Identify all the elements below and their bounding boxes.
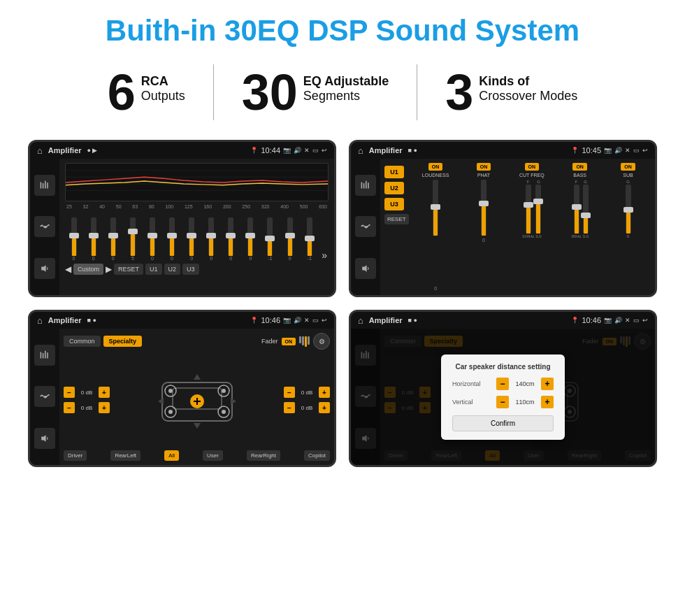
eq-freq-labels: 25 32 40 50 63 80 100 125 160 200 250 32… bbox=[65, 204, 329, 209]
eq-slider-2[interactable]: 0 bbox=[85, 217, 102, 261]
dialog-horizontal-row: Horizontal − 140cm + bbox=[452, 378, 554, 390]
loudness-toggle[interactable]: ON bbox=[428, 163, 443, 171]
u2-btn-1[interactable]: U2 bbox=[164, 264, 181, 275]
specialty-tab-3[interactable]: Specialty bbox=[103, 336, 143, 347]
preset-u1[interactable]: U1 bbox=[384, 166, 404, 178]
horizontal-plus-btn[interactable]: + bbox=[541, 378, 554, 390]
rearright-btn-3[interactable]: RearRight bbox=[247, 450, 280, 461]
u1-btn-1[interactable]: U1 bbox=[145, 264, 162, 275]
sidebar-eq-btn[interactable] bbox=[34, 175, 55, 196]
sidebar-eq-btn-2[interactable] bbox=[355, 175, 376, 196]
app-title-3: Amplifier bbox=[48, 316, 82, 324]
phat-label: PHAT bbox=[477, 173, 490, 178]
phat-toggle[interactable]: ON bbox=[477, 163, 491, 171]
speaker-tabs: Common Specialty bbox=[64, 336, 142, 347]
eq-slider-9[interactable]: 0 bbox=[222, 217, 240, 261]
reset-btn-1[interactable]: RESET bbox=[114, 264, 143, 275]
app-title-2: Amplifier bbox=[369, 146, 403, 155]
db-plus-3[interactable]: + bbox=[319, 387, 330, 398]
sidebar-speaker-btn-2[interactable] bbox=[355, 258, 376, 279]
sidebar-wave-btn-3[interactable] bbox=[34, 386, 55, 407]
reset-btn-2[interactable]: RESET bbox=[384, 214, 409, 224]
db-plus-2[interactable]: + bbox=[99, 402, 110, 413]
db-minus-1[interactable]: − bbox=[64, 387, 75, 398]
svg-marker-32 bbox=[194, 374, 201, 380]
eq-next-btn[interactable]: ▶ bbox=[106, 264, 112, 274]
eq-screen-card: ⌂ Amplifier ● ▶ 📍 10:44 📷 🔊 ✕ ▭ ↩ bbox=[28, 140, 336, 297]
driver-btn-3[interactable]: Driver bbox=[64, 450, 87, 461]
vertical-value: 110cm bbox=[512, 399, 538, 406]
rect-icon-2: ▭ bbox=[633, 147, 640, 154]
vertical-minus-btn[interactable]: − bbox=[496, 396, 509, 408]
custom-btn[interactable]: Custom bbox=[73, 264, 103, 275]
eq-slider-6[interactable]: 0 bbox=[163, 217, 180, 261]
stat-number-3: 3 bbox=[445, 67, 473, 117]
speaker-screen-body: Common Specialty Fader ON bbox=[30, 329, 334, 465]
db-plus-4[interactable]: + bbox=[319, 402, 330, 413]
horizontal-label: Horizontal bbox=[452, 380, 491, 387]
loudness-channel: ON LOUDNESS 0 bbox=[413, 163, 459, 291]
u3-btn-1[interactable]: U3 bbox=[182, 264, 199, 275]
bass-toggle[interactable]: ON bbox=[572, 163, 587, 171]
eq-slider-13[interactable]: -1 bbox=[301, 217, 318, 261]
preset-u3[interactable]: U3 bbox=[384, 198, 404, 210]
settings-dial[interactable]: ⚙ bbox=[313, 333, 330, 350]
common-tab-3[interactable]: Common bbox=[64, 336, 101, 347]
svg-marker-35 bbox=[231, 398, 236, 405]
db-minus-4[interactable]: − bbox=[284, 402, 295, 413]
sidebar-speaker-btn[interactable] bbox=[34, 258, 55, 279]
eq-prev-btn[interactable]: ◀ bbox=[65, 264, 71, 274]
eq-slider-8[interactable]: 0 bbox=[203, 217, 220, 261]
sub-toggle[interactable]: ON bbox=[621, 163, 635, 171]
db-val-3: 0 dB bbox=[296, 389, 317, 396]
copilot-btn-3[interactable]: Copilot bbox=[304, 450, 330, 461]
rearleft-btn-3[interactable]: RearLeft bbox=[110, 450, 140, 461]
eq-slider-10[interactable]: 0 bbox=[242, 217, 259, 261]
status-time-4: 10:46 bbox=[582, 316, 601, 324]
eq-slider-1[interactable]: 0 bbox=[65, 217, 82, 261]
eq-slider-12[interactable]: 0 bbox=[281, 217, 298, 261]
eq-slider-11[interactable]: -1 bbox=[261, 217, 279, 261]
eq-slider-7[interactable]: 0 bbox=[183, 217, 201, 261]
status-icons-3: 📍 10:46 📷 🔊 ✕ ▭ ↩ bbox=[250, 316, 327, 324]
crossover-screen-body: U1 U2 U3 RESET ON LOUDNESS bbox=[351, 159, 655, 295]
stat-text-rca: RCA Outputs bbox=[141, 67, 185, 103]
location-icon-1: 📍 bbox=[250, 147, 258, 154]
preset-u2[interactable]: U2 bbox=[384, 182, 404, 194]
sidebar-wave-btn[interactable] bbox=[34, 216, 55, 237]
eq-main-area: 25 32 40 50 63 80 100 125 160 200 250 32… bbox=[59, 159, 334, 295]
eq-slider-4[interactable]: 5 bbox=[124, 217, 141, 261]
db-minus-2[interactable]: − bbox=[64, 402, 75, 413]
svg-marker-33 bbox=[194, 423, 201, 429]
user-btn-3[interactable]: User bbox=[203, 450, 223, 461]
db-row-3: − 0 dB + bbox=[284, 387, 330, 398]
eq-slider-3[interactable]: 0 bbox=[104, 217, 122, 261]
svg-rect-17 bbox=[47, 352, 48, 359]
confirm-button[interactable]: Confirm bbox=[452, 415, 554, 431]
svg-marker-13 bbox=[362, 265, 366, 272]
horizontal-minus-btn[interactable]: − bbox=[496, 378, 509, 390]
all-btn-3[interactable]: All bbox=[164, 450, 179, 461]
status-bar-3: ⌂ Amplifier ■ ● 📍 10:46 📷 🔊 ✕ ▭ ↩ bbox=[30, 312, 334, 329]
cutfreq-channel: ON CUT FREQ F 100Hz bbox=[509, 163, 554, 291]
eq-slider-5[interactable]: 0 bbox=[143, 217, 161, 261]
fader-toggle-3[interactable]: ON bbox=[282, 338, 296, 345]
sidebar-wave-btn-2[interactable] bbox=[355, 216, 376, 237]
svg-marker-18 bbox=[41, 435, 45, 442]
db-plus-1[interactable]: + bbox=[99, 387, 110, 398]
home-icon-3: ⌂ bbox=[37, 315, 43, 326]
cutfreq-toggle[interactable]: ON bbox=[525, 163, 540, 171]
location-icon-4: 📍 bbox=[571, 317, 579, 324]
sidebar-speaker-btn-3[interactable] bbox=[34, 428, 55, 449]
dialog-screen-card: ⌂ Amplifier ■ ● 📍 10:46 📷 🔊 ✕ ▭ ↩ bbox=[349, 310, 657, 467]
stat-line2-rca: Outputs bbox=[141, 89, 185, 103]
channel-columns: ON LOUDNESS 0 ON bbox=[413, 163, 651, 291]
db-minus-3[interactable]: − bbox=[284, 387, 295, 398]
vertical-plus-btn[interactable]: + bbox=[541, 396, 554, 408]
status-left-1: ⌂ Amplifier ● ▶ bbox=[37, 145, 97, 156]
eq-nav-row: ◀ Custom ▶ RESET U1 U2 U3 bbox=[65, 264, 329, 275]
svg-rect-3 bbox=[47, 182, 48, 189]
db-val-2: 0 dB bbox=[76, 405, 97, 411]
x-icon-1: ✕ bbox=[304, 147, 310, 154]
sidebar-eq-btn-3[interactable] bbox=[34, 345, 55, 366]
